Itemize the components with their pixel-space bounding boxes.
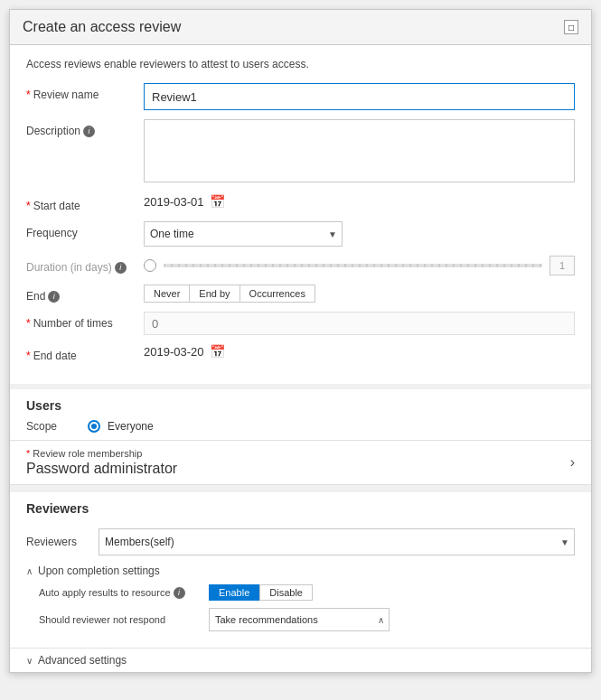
end-date-input-wrap: 2019-03-20 📅	[144, 344, 575, 359]
frequency-select[interactable]: One time Weekly Monthly Quarterly Annual…	[144, 221, 343, 247]
not-respond-label: Should reviewer not respond	[39, 614, 202, 625]
start-date-value: 2019-03-01	[144, 195, 204, 209]
reviewers-select[interactable]: Members(self) Selected users Managers	[99, 528, 575, 555]
end-date-label: * End date	[26, 344, 144, 362]
review-name-input[interactable]	[144, 83, 575, 110]
form-content: Access reviews enable reviewers to attes…	[10, 45, 591, 384]
start-date-label: * Start date	[26, 194, 144, 212]
end-date-value: 2019-03-20	[144, 345, 204, 359]
auto-apply-row: Auto apply results to resource i Enable …	[39, 584, 575, 601]
section-gap	[10, 485, 591, 492]
end-never-button[interactable]: Never	[144, 285, 190, 303]
subtitle: Access reviews enable reviewers to attes…	[26, 58, 575, 70]
required-star-2: *	[26, 200, 31, 212]
description-info-icon: i	[83, 126, 95, 137]
end-row: End i Never End by Occurrences	[26, 285, 575, 303]
completion-section: ∧ Upon completion settings Auto apply re…	[26, 565, 575, 631]
users-section-header: Users	[10, 389, 591, 416]
dialog-title: Create an access review	[23, 19, 181, 35]
duration-control-wrap: 1	[144, 256, 575, 275]
reviewers-row: Reviewers Members(self) Selected users M…	[26, 528, 575, 555]
advanced-chevron-icon: ∨	[26, 656, 33, 666]
scope-value: Everyone	[108, 420, 154, 433]
close-button[interactable]: □	[564, 20, 578, 34]
review-name-row: * Review name	[26, 83, 575, 110]
scope-row: Scope Everyone	[10, 416, 591, 440]
reviewers-section: Reviewers Members(self) Selected users M…	[10, 519, 591, 648]
duration-info-icon: i	[115, 262, 127, 274]
recommend-select[interactable]: Take recommendations Approve access Deny…	[209, 608, 390, 631]
auto-apply-label: Auto apply results to resource i	[39, 587, 202, 599]
description-wrap	[144, 119, 575, 185]
scope-radio[interactable]	[88, 420, 100, 433]
completion-inner: Auto apply results to resource i Enable …	[26, 584, 575, 631]
duration-label: Duration (in days) i	[26, 256, 144, 274]
end-buttons: Never End by Occurrences	[144, 285, 575, 303]
reviewers-label: Reviewers	[26, 536, 99, 548]
number-of-times-row: * Number of times	[26, 312, 575, 335]
description-label: Description i	[26, 119, 144, 137]
end-info-icon: i	[48, 291, 60, 303]
start-date-calendar-icon[interactable]: 📅	[210, 194, 225, 209]
duration-row: Duration (in days) i 1	[26, 256, 575, 275]
number-of-times-label: * Number of times	[26, 312, 144, 330]
not-respond-row: Should reviewer not respond Take recomme…	[39, 608, 575, 631]
auto-apply-info-icon: i	[174, 587, 185, 599]
completion-toggle[interactable]: ∧ Upon completion settings	[26, 565, 575, 577]
required-star-3: *	[26, 317, 31, 330]
advanced-toggle[interactable]: ∨ Advanced settings	[10, 648, 591, 672]
completion-chevron-icon: ∧	[26, 566, 33, 576]
auto-apply-disable-button[interactable]: Disable	[259, 584, 313, 601]
duration-slider-track[interactable]	[164, 264, 542, 267]
end-endby-button[interactable]: End by	[189, 285, 239, 303]
reviewers-section-header: Reviewers	[10, 492, 591, 519]
duration-slider-num: 1	[549, 256, 575, 275]
frequency-wrap: One time Weekly Monthly Quarterly Annual…	[144, 221, 575, 247]
end-date-row: * End date 2019-03-20 📅	[26, 344, 575, 362]
role-row[interactable]: * Review role membership Password admini…	[10, 440, 591, 485]
frequency-select-wrap: One time Weekly Monthly Quarterly Annual…	[144, 221, 343, 247]
duration-slider-wrap	[164, 264, 542, 267]
review-name-wrap	[144, 83, 575, 110]
role-content: * Review role membership Password admini…	[26, 448, 177, 477]
number-of-times-input[interactable]	[144, 312, 575, 335]
start-date-row: * Start date 2019-03-01 📅	[26, 194, 575, 212]
duration-wrap: 1	[144, 256, 575, 275]
dialog: Create an access review □ Access reviews…	[9, 9, 592, 673]
start-date-input-wrap: 2019-03-01 📅	[144, 194, 575, 209]
reviewers-select-wrap: Members(self) Selected users Managers ▼	[99, 528, 575, 555]
end-occurrences-button[interactable]: Occurrences	[239, 285, 315, 303]
role-value: Password administrator	[26, 461, 177, 477]
auto-apply-toggle-group: Enable Disable	[209, 584, 313, 601]
role-chevron-icon: ›	[570, 454, 575, 471]
end-label: End i	[26, 285, 144, 303]
end-control-wrap: Never End by Occurrences	[144, 285, 575, 303]
frequency-label: Frequency	[26, 221, 144, 239]
duration-radio[interactable]	[144, 259, 156, 272]
number-of-times-wrap	[144, 312, 575, 335]
required-star: *	[26, 89, 31, 101]
role-label-text: * Review role membership	[26, 448, 177, 459]
description-input[interactable]	[144, 119, 575, 182]
end-date-calendar-icon[interactable]: 📅	[210, 344, 225, 359]
description-row: Description i	[26, 119, 575, 185]
scope-label: Scope	[26, 420, 80, 433]
review-name-label: * Review name	[26, 83, 144, 101]
start-date-wrap: 2019-03-01 📅	[144, 194, 575, 209]
end-date-wrap: 2019-03-20 📅	[144, 344, 575, 359]
auto-apply-enable-button[interactable]: Enable	[209, 584, 259, 601]
required-star-4: *	[26, 350, 31, 362]
frequency-row: Frequency One time Weekly Monthly Quarte…	[26, 221, 575, 247]
scope-radio-inner	[91, 424, 97, 429]
title-bar: Create an access review □	[10, 10, 591, 45]
recommend-select-wrap: Take recommendations Approve access Deny…	[209, 608, 390, 631]
